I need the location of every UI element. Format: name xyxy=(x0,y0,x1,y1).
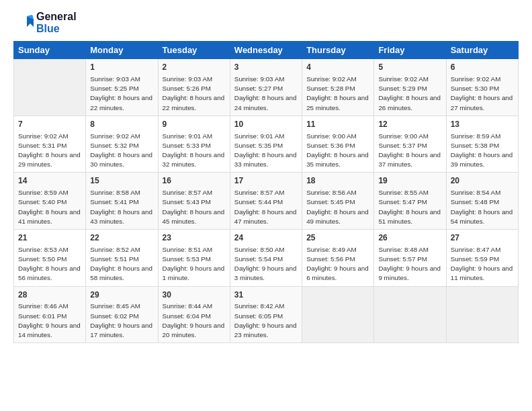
day-number: 12 xyxy=(378,119,441,130)
logo-blue: Blue xyxy=(36,23,77,35)
day-number: 21 xyxy=(18,232,81,244)
calendar-cell: 29 Sunrise: 8:45 AMSunset: 6:02 PMDaylig… xyxy=(86,286,158,343)
page-header: General Blue xyxy=(13,11,519,34)
calendar-cell: 18 Sunrise: 8:56 AMSunset: 5:45 PMDaylig… xyxy=(302,173,374,230)
day-number: 28 xyxy=(18,289,81,301)
calendar-cell: 14 Sunrise: 8:59 AMSunset: 5:40 PMDaylig… xyxy=(14,173,86,230)
day-info: Sunrise: 8:45 AMSunset: 6:02 PMDaylight:… xyxy=(90,302,153,340)
calendar-table: SundayMondayTuesdayWednesdayThursdayFrid… xyxy=(13,41,519,343)
calendar-cell: 17 Sunrise: 8:57 AMSunset: 5:44 PMDaylig… xyxy=(230,173,302,230)
day-info: Sunrise: 8:57 AMSunset: 5:43 PMDaylight:… xyxy=(163,188,226,226)
calendar-week: 7 Sunrise: 9:02 AMSunset: 5:31 PMDayligh… xyxy=(14,116,519,173)
day-info: Sunrise: 8:56 AMSunset: 5:45 PMDaylight:… xyxy=(306,188,369,226)
day-info: Sunrise: 9:03 AMSunset: 5:25 PMDaylight:… xyxy=(90,75,153,113)
day-info: Sunrise: 8:50 AMSunset: 5:54 PMDaylight:… xyxy=(234,245,298,283)
day-info: Sunrise: 8:53 AMSunset: 5:50 PMDaylight:… xyxy=(18,245,81,283)
calendar-cell: 23 Sunrise: 8:51 AMSunset: 5:53 PMDaylig… xyxy=(158,230,230,287)
logo-general: General xyxy=(36,11,77,23)
day-number: 2 xyxy=(163,62,226,73)
day-info: Sunrise: 9:03 AMSunset: 5:26 PMDaylight:… xyxy=(163,75,226,113)
calendar-cell xyxy=(14,59,86,116)
day-number: 22 xyxy=(90,232,153,244)
calendar-cell: 20 Sunrise: 8:54 AMSunset: 5:48 PMDaylig… xyxy=(446,173,518,230)
weekday-header: Wednesday xyxy=(230,42,302,59)
calendar-cell: 7 Sunrise: 9:02 AMSunset: 5:31 PMDayligh… xyxy=(14,116,86,173)
day-number: 14 xyxy=(18,175,81,187)
calendar-cell: 24 Sunrise: 8:50 AMSunset: 5:54 PMDaylig… xyxy=(230,230,302,287)
calendar-cell: 21 Sunrise: 8:53 AMSunset: 5:50 PMDaylig… xyxy=(14,230,86,287)
day-number: 13 xyxy=(451,119,514,130)
day-number: 24 xyxy=(234,232,298,244)
day-number: 27 xyxy=(451,232,514,244)
day-info: Sunrise: 8:59 AMSunset: 5:40 PMDaylight:… xyxy=(18,188,81,226)
weekday-header: Friday xyxy=(374,42,446,59)
weekday-header: Saturday xyxy=(446,42,518,59)
day-info: Sunrise: 8:42 AMSunset: 6:05 PMDaylight:… xyxy=(234,302,298,340)
day-number: 6 xyxy=(451,62,514,73)
day-number: 31 xyxy=(234,289,298,301)
day-number: 8 xyxy=(90,119,153,130)
day-info: Sunrise: 9:01 AMSunset: 5:35 PMDaylight:… xyxy=(234,132,298,170)
calendar-cell: 26 Sunrise: 8:48 AMSunset: 5:57 PMDaylig… xyxy=(374,230,446,287)
day-info: Sunrise: 8:49 AMSunset: 5:56 PMDaylight:… xyxy=(306,245,369,283)
day-number: 3 xyxy=(234,62,298,73)
day-info: Sunrise: 9:02 AMSunset: 5:32 PMDaylight:… xyxy=(90,132,153,170)
day-info: Sunrise: 9:02 AMSunset: 5:30 PMDaylight:… xyxy=(451,75,514,113)
day-info: Sunrise: 8:51 AMSunset: 5:53 PMDaylight:… xyxy=(163,245,226,283)
calendar-cell: 4 Sunrise: 9:02 AMSunset: 5:28 PMDayligh… xyxy=(302,59,374,116)
calendar-cell: 1 Sunrise: 9:03 AMSunset: 5:25 PMDayligh… xyxy=(86,59,158,116)
calendar-cell: 27 Sunrise: 8:47 AMSunset: 5:59 PMDaylig… xyxy=(446,230,518,287)
calendar-header: SundayMondayTuesdayWednesdayThursdayFrid… xyxy=(14,42,519,59)
day-info: Sunrise: 8:46 AMSunset: 6:01 PMDaylight:… xyxy=(18,302,81,340)
day-info: Sunrise: 8:47 AMSunset: 5:59 PMDaylight:… xyxy=(451,245,514,283)
calendar-body: 1 Sunrise: 9:03 AMSunset: 5:25 PMDayligh… xyxy=(14,59,519,343)
calendar-cell: 11 Sunrise: 9:00 AMSunset: 5:36 PMDaylig… xyxy=(302,116,374,173)
day-info: Sunrise: 8:54 AMSunset: 5:48 PMDaylight:… xyxy=(451,188,514,226)
day-info: Sunrise: 9:02 AMSunset: 5:31 PMDaylight:… xyxy=(18,132,81,170)
day-info: Sunrise: 9:03 AMSunset: 5:27 PMDaylight:… xyxy=(234,75,298,113)
calendar-cell: 13 Sunrise: 8:59 AMSunset: 5:38 PMDaylig… xyxy=(446,116,518,173)
day-number: 15 xyxy=(90,175,153,187)
day-number: 7 xyxy=(18,119,81,130)
weekday-header: Tuesday xyxy=(158,42,230,59)
logo: General Blue xyxy=(13,11,77,34)
weekday-header: Thursday xyxy=(302,42,374,59)
calendar-cell: 10 Sunrise: 9:01 AMSunset: 5:35 PMDaylig… xyxy=(230,116,302,173)
day-number: 18 xyxy=(306,175,369,187)
day-number: 29 xyxy=(90,289,153,301)
day-info: Sunrise: 9:02 AMSunset: 5:29 PMDaylight:… xyxy=(378,75,441,113)
day-number: 25 xyxy=(306,232,369,244)
calendar-cell: 2 Sunrise: 9:03 AMSunset: 5:26 PMDayligh… xyxy=(158,59,230,116)
day-info: Sunrise: 8:55 AMSunset: 5:47 PMDaylight:… xyxy=(378,188,441,226)
day-number: 23 xyxy=(163,232,226,244)
day-number: 9 xyxy=(163,119,226,130)
day-number: 19 xyxy=(378,175,441,187)
logo-bird-icon xyxy=(13,12,35,34)
calendar-week: 21 Sunrise: 8:53 AMSunset: 5:50 PMDaylig… xyxy=(14,230,519,287)
day-number: 4 xyxy=(306,62,369,73)
day-info: Sunrise: 8:44 AMSunset: 6:04 PMDaylight:… xyxy=(163,302,226,340)
day-info: Sunrise: 8:58 AMSunset: 5:41 PMDaylight:… xyxy=(90,188,153,226)
day-info: Sunrise: 8:59 AMSunset: 5:38 PMDaylight:… xyxy=(451,132,514,170)
day-info: Sunrise: 9:01 AMSunset: 5:33 PMDaylight:… xyxy=(163,132,226,170)
day-number: 5 xyxy=(378,62,441,73)
calendar-cell: 31 Sunrise: 8:42 AMSunset: 6:05 PMDaylig… xyxy=(230,286,302,343)
day-number: 30 xyxy=(163,289,226,301)
calendar-cell: 16 Sunrise: 8:57 AMSunset: 5:43 PMDaylig… xyxy=(158,173,230,230)
day-info: Sunrise: 9:00 AMSunset: 5:37 PMDaylight:… xyxy=(378,132,441,170)
calendar-week: 1 Sunrise: 9:03 AMSunset: 5:25 PMDayligh… xyxy=(14,59,519,116)
day-number: 1 xyxy=(90,62,153,73)
day-number: 10 xyxy=(234,119,298,130)
calendar-cell: 15 Sunrise: 8:58 AMSunset: 5:41 PMDaylig… xyxy=(86,173,158,230)
calendar-cell: 28 Sunrise: 8:46 AMSunset: 6:01 PMDaylig… xyxy=(14,286,86,343)
calendar-cell: 9 Sunrise: 9:01 AMSunset: 5:33 PMDayligh… xyxy=(158,116,230,173)
day-info: Sunrise: 8:48 AMSunset: 5:57 PMDaylight:… xyxy=(378,245,441,283)
calendar-cell: 12 Sunrise: 9:00 AMSunset: 5:37 PMDaylig… xyxy=(374,116,446,173)
day-number: 11 xyxy=(306,119,369,130)
calendar-week: 14 Sunrise: 8:59 AMSunset: 5:40 PMDaylig… xyxy=(14,173,519,230)
day-number: 20 xyxy=(451,175,514,187)
calendar-cell xyxy=(302,286,374,343)
calendar-cell: 3 Sunrise: 9:03 AMSunset: 5:27 PMDayligh… xyxy=(230,59,302,116)
calendar-cell xyxy=(374,286,446,343)
calendar-cell: 5 Sunrise: 9:02 AMSunset: 5:29 PMDayligh… xyxy=(374,59,446,116)
